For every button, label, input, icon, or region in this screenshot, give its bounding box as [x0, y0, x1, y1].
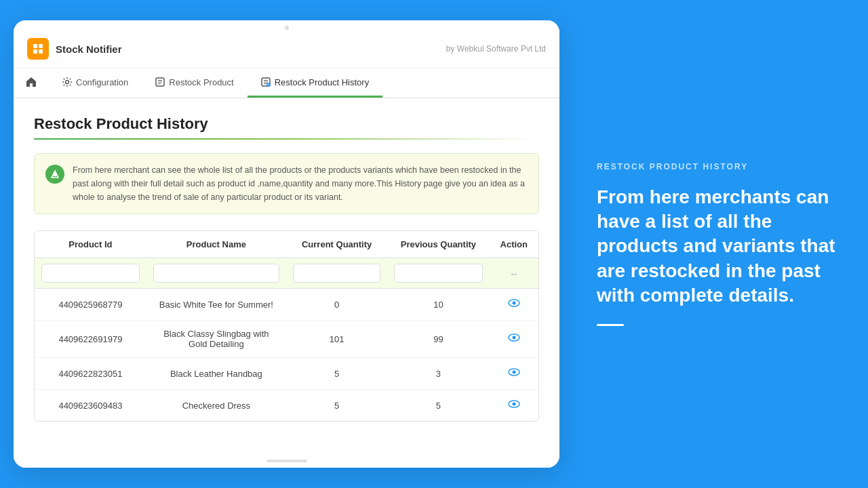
- table-body: 4409625968779 Basic White Tee for Summer…: [35, 289, 538, 422]
- nav-bar: Configuration Restock Product: [14, 68, 559, 98]
- cell-action[interactable]: [490, 289, 538, 321]
- info-box: From here merchant can see the whole lis…: [34, 153, 539, 214]
- app-by: by Webkul Software Pvt Ltd: [446, 44, 546, 54]
- cell-previous-qty: 3: [387, 358, 489, 390]
- svg-point-21: [512, 336, 515, 340]
- cell-previous-qty: 99: [387, 321, 489, 358]
- right-label: RESTOCK PRODUCT HISTORY: [597, 162, 844, 171]
- left-panel: Stock Notifier by Webkul Software Pvt Lt…: [0, 0, 573, 488]
- cell-product-id: 4409622691979: [35, 321, 146, 358]
- cell-product-name: Black Leather Handbag: [146, 358, 286, 390]
- svg-rect-2: [39, 44, 43, 48]
- svg-rect-3: [33, 49, 37, 54]
- filter-product-id[interactable]: [35, 258, 146, 289]
- filter-row: --: [35, 258, 538, 289]
- nav-restock-product[interactable]: Restock Product: [142, 68, 247, 98]
- nav-configuration[interactable]: Configuration: [49, 68, 142, 98]
- svg-point-25: [512, 403, 515, 406]
- svg-rect-4: [39, 49, 43, 54]
- cell-current-qty: 5: [286, 358, 387, 390]
- svg-point-5: [66, 81, 69, 84]
- card-dots: [14, 20, 559, 30]
- cell-action[interactable]: [490, 390, 538, 422]
- col-action: Action: [490, 231, 538, 258]
- app-icon: [27, 38, 49, 60]
- view-icon[interactable]: [508, 300, 520, 311]
- table-row: 4409622823051 Black Leather Handbag 5 3: [35, 358, 538, 390]
- table-row: 4409622691979 Black Classy Slingbag with…: [35, 321, 538, 358]
- col-product-name: Product Name: [146, 231, 286, 258]
- svg-rect-0: [31, 42, 45, 56]
- cell-action[interactable]: [490, 321, 538, 358]
- cell-previous-qty: 5: [387, 390, 489, 422]
- right-panel: RESTOCK PRODUCT HISTORY From here mercha…: [573, 0, 868, 488]
- cell-current-qty: 5: [286, 390, 387, 422]
- nav-restock-product-label: Restock Product: [169, 77, 233, 87]
- col-previous-qty: Previous Quantity: [387, 231, 489, 258]
- col-current-qty: Current Quantity: [286, 231, 387, 258]
- title-underline: [34, 138, 539, 140]
- svg-rect-1: [33, 44, 37, 48]
- top-bar-left: Stock Notifier: [27, 38, 122, 60]
- filter-product-id-input[interactable]: [41, 264, 140, 283]
- nav-restock-history[interactable]: Restock Product History: [248, 68, 382, 98]
- card-bottom: [14, 454, 559, 468]
- filter-current-qty[interactable]: [286, 258, 387, 289]
- view-icon[interactable]: [508, 401, 520, 412]
- nav-home[interactable]: [14, 68, 49, 98]
- right-description: From here merchants can have a list of a…: [597, 185, 844, 308]
- page-title: Restock Product History: [34, 115, 539, 133]
- cell-product-name: Basic White Tee for Summer!: [146, 289, 286, 321]
- filter-previous-qty-input[interactable]: [394, 264, 482, 283]
- filter-current-qty-input[interactable]: [293, 264, 380, 283]
- main-card: Stock Notifier by Webkul Software Pvt Lt…: [14, 20, 559, 468]
- cell-product-name: Checkered Dress: [146, 390, 286, 422]
- cell-product-id: 4409625968779: [35, 289, 146, 321]
- cell-action[interactable]: [490, 358, 538, 390]
- filter-previous-qty[interactable]: [387, 258, 489, 289]
- view-icon[interactable]: [508, 334, 520, 346]
- filter-product-name-input[interactable]: [153, 264, 279, 283]
- nav-restock-history-label: Restock Product History: [275, 77, 369, 87]
- cell-product-name: Black Classy Slingbag with Gold Detailin…: [146, 321, 286, 358]
- col-product-id: Product Id: [35, 231, 146, 258]
- svg-point-23: [512, 371, 515, 374]
- history-table: Product Id Product Name Current Quantity…: [35, 231, 538, 421]
- table-row: 4409623609483 Checkered Dress 5 5: [35, 390, 538, 422]
- svg-point-16: [268, 85, 269, 86]
- top-bar: Stock Notifier by Webkul Software Pvt Lt…: [14, 30, 559, 68]
- table-wrapper: Product Id Product Name Current Quantity…: [34, 230, 539, 422]
- table-row: 4409625968779 Basic White Tee for Summer…: [35, 289, 538, 321]
- filter-product-name[interactable]: [146, 258, 286, 289]
- scroll-bar: [267, 460, 307, 462]
- info-text: From here merchant can see the whole lis…: [73, 163, 528, 204]
- table-header-row: Product Id Product Name Current Quantity…: [35, 231, 538, 258]
- nav-configuration-label: Configuration: [76, 77, 128, 87]
- info-icon: [45, 165, 64, 184]
- svg-point-19: [512, 302, 515, 305]
- cell-current-qty: 0: [286, 289, 387, 321]
- cell-current-qty: 101: [286, 321, 387, 358]
- cell-previous-qty: 10: [387, 289, 489, 321]
- view-icon[interactable]: [508, 369, 520, 380]
- filter-action-placeholder: --: [490, 258, 538, 289]
- cell-product-id: 4409623609483: [35, 390, 146, 422]
- content-area: Restock Product History From here mercha…: [14, 98, 559, 454]
- app-title: Stock Notifier: [56, 43, 122, 55]
- right-divider: [597, 324, 624, 326]
- cell-product-id: 4409622823051: [35, 358, 146, 390]
